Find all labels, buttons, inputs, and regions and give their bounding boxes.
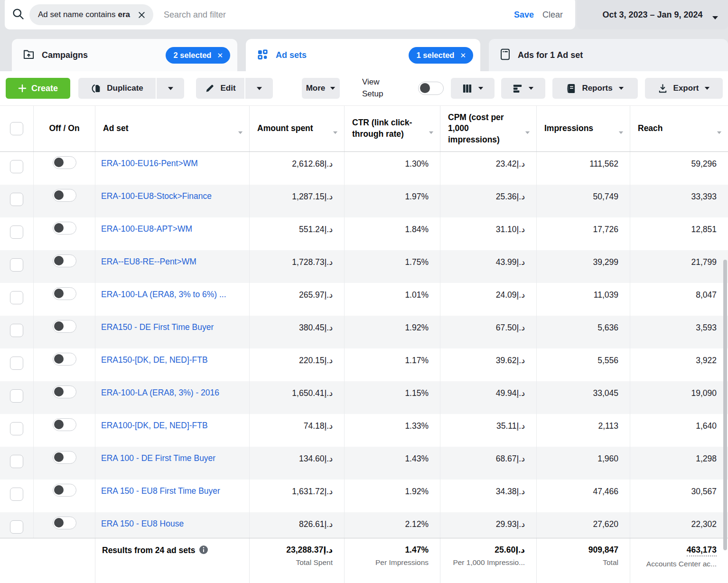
toggle-knob: [54, 289, 64, 298]
ad-set-link[interactable]: ERA-100-EU16-Pent>WM: [101, 159, 198, 168]
column-header-amount-spent[interactable]: Amount spent: [249, 106, 344, 151]
impressions-cell: 111,562: [536, 152, 630, 185]
tab-ad-sets-label: Ad sets: [276, 50, 307, 60]
ad-set-link[interactable]: ERA-100-EU8-APT>WM: [101, 224, 192, 234]
sort-caret-icon[interactable]: [429, 126, 434, 138]
ad-set-toggle[interactable]: [53, 287, 76, 300]
chevron-down-icon: [712, 12, 719, 22]
ad-set-link[interactable]: ERA100-[DK, DE, NED]-FTB: [101, 421, 208, 430]
remove-filter-icon[interactable]: [138, 11, 146, 19]
ad-set-toggle[interactable]: [53, 418, 76, 431]
info-icon[interactable]: [199, 545, 208, 555]
reach-cell: 3,593: [630, 316, 728, 348]
edit-button[interactable]: Edit: [196, 78, 244, 99]
vertical-scrollbar[interactable]: [723, 260, 727, 550]
toggle-knob: [54, 354, 64, 364]
row-checkbox[interactable]: [10, 455, 23, 468]
table-row: ERA-100-EU16-Pent>WM 2,612.68د.إ 1.30% 2…: [0, 152, 728, 185]
ad-set-toggle[interactable]: [53, 320, 76, 333]
tab-ad-sets[interactable]: Ad sets 1 selected ✕: [246, 39, 480, 71]
amount-spent-cell: 1,650.41د.إ: [249, 381, 344, 414]
row-checkbox[interactable]: [10, 422, 23, 435]
campaigns-selected-badge[interactable]: 2 selected ✕: [166, 47, 230, 64]
ad-set-link[interactable]: ERA 150 - EU8 First Time Buyer: [101, 486, 220, 496]
sort-caret-icon[interactable]: [717, 126, 722, 138]
ad-set-toggle[interactable]: [53, 451, 76, 464]
edit-dropdown-button[interactable]: [245, 78, 273, 99]
caret-down-icon: [704, 86, 710, 90]
filter-chip[interactable]: Ad set name contains era: [29, 4, 153, 25]
search-bar[interactable]: Ad set name contains era Search and filt…: [5, 0, 575, 29]
row-checkbox[interactable]: [10, 193, 23, 206]
cpm-cell: 39.62د.إ: [440, 348, 536, 381]
more-button[interactable]: More: [302, 78, 340, 99]
column-header-ctr[interactable]: CTR (link click-through rate): [344, 106, 440, 151]
row-checkbox[interactable]: [10, 226, 23, 239]
ad-set-toggle[interactable]: [53, 189, 76, 202]
export-button[interactable]: Export: [645, 78, 723, 99]
ad-set-link[interactable]: ERA--EU8-RE--Pent>WM: [101, 257, 196, 266]
sort-caret-icon[interactable]: [618, 126, 624, 138]
ad-set-toggle[interactable]: [53, 484, 76, 497]
date-range-picker[interactable]: Oct 3, 2023 – Jan 9, 2024: [577, 0, 728, 29]
ctr-cell: 1.75%: [344, 250, 440, 283]
columns-button[interactable]: [451, 78, 495, 99]
sort-caret-icon[interactable]: [238, 126, 243, 138]
column-header-ad-set[interactable]: Ad set: [95, 106, 249, 151]
ad-set-link[interactable]: ERA-100-LA (ERA8, 3% to 6%) ...: [101, 290, 226, 299]
tab-ads[interactable]: Ads for 1 Ad set: [489, 39, 728, 71]
total-reach-value[interactable]: 463,173: [687, 545, 717, 556]
reach-cell: 59,296: [630, 152, 728, 185]
search-input[interactable]: Search and filter: [164, 10, 226, 20]
ad-set-toggle[interactable]: [53, 353, 76, 366]
ad-set-link[interactable]: ERA-100-EU8-Stock>Finance: [101, 191, 212, 201]
reports-button[interactable]: Reports: [552, 78, 638, 99]
deselect-ad-sets-icon[interactable]: ✕: [460, 52, 466, 59]
deselect-campaigns-icon[interactable]: ✕: [217, 52, 223, 59]
row-checkbox[interactable]: [10, 520, 23, 534]
ad-set-link[interactable]: ERA150 - DE First Time Buyer: [101, 322, 214, 332]
report-book-icon: [566, 83, 576, 94]
row-checkbox[interactable]: [10, 291, 23, 304]
ad-set-toggle[interactable]: [53, 386, 76, 398]
ad-set-link[interactable]: ERA-100-LA (ERA8, 3%) - 2016: [101, 388, 219, 397]
toggle-knob: [54, 387, 64, 396]
amount-spent-cell: 220.15د.إ: [249, 348, 344, 381]
clear-filter-button[interactable]: Clear: [542, 10, 563, 20]
tab-campaigns[interactable]: Campaigns 2 selected ✕: [12, 39, 237, 71]
row-checkbox[interactable]: [10, 324, 23, 337]
sort-caret-icon[interactable]: [333, 126, 338, 138]
ad-set-toggle[interactable]: [53, 517, 76, 529]
impressions-cell: 33,045: [536, 381, 630, 414]
column-header-reach[interactable]: Reach: [630, 106, 728, 151]
reach-cell: 8,047: [630, 283, 728, 316]
view-setup-toggle[interactable]: [418, 82, 444, 95]
ad-set-link[interactable]: ERA 150 - EU8 House: [101, 519, 184, 528]
ctr-cell: 1.84%: [344, 217, 440, 250]
row-checkbox[interactable]: [10, 357, 23, 370]
create-button[interactable]: Create: [6, 78, 70, 99]
breakdown-button[interactable]: [501, 78, 545, 99]
duplicate-button[interactable]: Duplicate: [78, 78, 156, 99]
ad-set-link[interactable]: ERA150-[DK, DE, NED]-FTB: [101, 355, 208, 365]
row-checkbox[interactable]: [10, 160, 23, 173]
toggle-knob: [54, 485, 64, 495]
ad-set-toggle[interactable]: [53, 222, 76, 235]
campaigns-selected-count: 2 selected: [174, 51, 212, 60]
sort-caret-icon[interactable]: [525, 126, 530, 138]
column-header-cpm[interactable]: CPM (cost per 1,000 impressions): [440, 106, 536, 151]
save-filter-button[interactable]: Save: [514, 10, 534, 20]
ad-set-link[interactable]: ERA 100 - DE First Time Buyer: [101, 453, 215, 463]
ad-set-toggle[interactable]: [53, 254, 76, 267]
row-checkbox[interactable]: [10, 488, 23, 501]
duplicate-dropdown-button[interactable]: [157, 78, 184, 99]
reach-cell: 21,799: [630, 250, 728, 283]
ad-sets-selected-badge[interactable]: 1 selected ✕: [409, 47, 473, 64]
row-checkbox[interactable]: [10, 258, 23, 272]
caret-down-icon: [478, 86, 484, 90]
row-checkbox[interactable]: [10, 389, 23, 403]
select-all-checkbox[interactable]: [10, 122, 23, 135]
ad-set-toggle[interactable]: [53, 156, 76, 169]
column-header-impressions[interactable]: Impressions: [536, 106, 630, 151]
copy-icon: [93, 85, 95, 92]
